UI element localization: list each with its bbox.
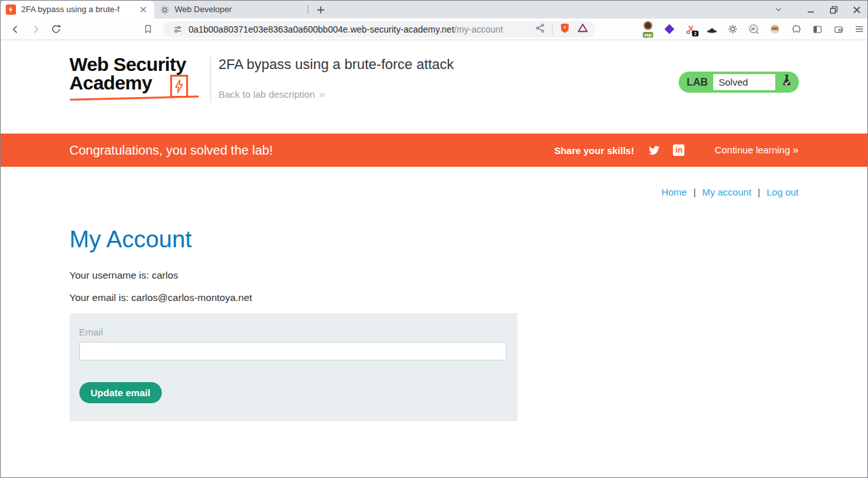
- congratulations-message: Congratulations, you solved the lab!: [70, 143, 273, 158]
- update-email-form: Email Update email: [70, 313, 517, 421]
- username-line: Your username is: carlos: [70, 270, 799, 281]
- double-chevron-icon: »: [793, 144, 798, 156]
- nav-separator: |: [758, 187, 761, 197]
- nav-link-home[interactable]: Home: [661, 187, 687, 197]
- brave-shields-icon[interactable]: [559, 22, 571, 36]
- browser-toolbar: 0a1b00a80371e03e8363a0a600bb004e.web-sec…: [1, 19, 867, 40]
- web-security-academy-logo[interactable]: Web Security Academy: [70, 55, 201, 92]
- tab-bar: 2FA bypass using a brute-f Web Developer: [1, 1, 867, 19]
- new-tab-button[interactable]: [312, 1, 329, 18]
- solved-banner: Congratulations, you solved the lab! Sha…: [1, 134, 867, 167]
- bookmark-icon[interactable]: [141, 22, 155, 36]
- hat-extension-icon[interactable]: [704, 21, 720, 38]
- ip-lookup-icon[interactable]: IP: [746, 21, 762, 38]
- urlbar-separator: [552, 24, 553, 35]
- double-chevron-icon: »: [319, 88, 324, 100]
- url-path: /my-account: [454, 24, 503, 35]
- flask-check-icon: [780, 73, 793, 91]
- url-text[interactable]: 0a1b00a80371e03e8363a0a600bb004e.web-sec…: [189, 24, 535, 35]
- academy-header: Web Security Academy 2FA bypass using a …: [1, 40, 867, 134]
- lab-label: LAB: [687, 77, 708, 88]
- tab-title: Web Developer: [175, 4, 303, 15]
- tab-web-developer[interactable]: Web Developer: [154, 1, 308, 19]
- share-icon[interactable]: [535, 23, 546, 36]
- tab-list-chevron-icon[interactable]: [771, 3, 785, 17]
- lab-state: Solved: [713, 74, 775, 90]
- foxyproxy-icon[interactable]: [662, 21, 677, 38]
- extensions-row: zap 2 IP: [641, 21, 867, 38]
- zap-badge: zap: [643, 32, 653, 38]
- sidebar-toggle-icon[interactable]: [810, 21, 825, 38]
- site-navigation: Home|My account|Log out: [70, 187, 799, 197]
- email-line: Your email is: carlos@carlos-montoya.net: [70, 292, 799, 304]
- zap-extension-icon[interactable]: zap: [641, 21, 656, 38]
- svg-text:IP: IP: [752, 27, 756, 31]
- continue-learning-link[interactable]: Continue learning»: [714, 144, 798, 157]
- zap-target-icon: [643, 21, 652, 30]
- tab-close-icon[interactable]: [138, 4, 149, 15]
- logo-line1: Web Security: [70, 55, 201, 73]
- site-settings-icon[interactable]: [172, 24, 184, 35]
- twitter-icon[interactable]: [647, 143, 661, 157]
- brave-rewards-icon[interactable]: [577, 22, 588, 36]
- page-content: Web Security Academy 2FA bypass using a …: [1, 40, 867, 477]
- minimize-button[interactable]: [803, 3, 817, 17]
- persona-face-icon[interactable]: [768, 21, 783, 38]
- header-divider: [210, 56, 211, 102]
- close-window-button[interactable]: [849, 3, 864, 17]
- email-input[interactable]: [79, 342, 507, 360]
- share-your-skills-label: Share your skills!: [554, 145, 634, 156]
- linkedin-icon[interactable]: in: [672, 143, 686, 157]
- menu-icon[interactable]: [852, 21, 867, 38]
- nav-separator: |: [693, 187, 696, 197]
- scissors-extension-icon[interactable]: 2: [683, 21, 698, 38]
- gear-icon: [159, 4, 170, 15]
- tab-divider: [308, 5, 308, 14]
- nav-link-log-out[interactable]: Log out: [766, 187, 798, 197]
- email-field-label: Email: [79, 327, 507, 337]
- url-host: 0a1b00a80371e03e8363a0a600bb004e.web-sec…: [189, 24, 454, 35]
- lab-lightning-icon: [6, 4, 16, 15]
- tab-title: 2FA bypass using a brute-f: [21, 4, 134, 15]
- tab-lab-page[interactable]: 2FA bypass using a brute-f: [1, 1, 154, 19]
- back-to-lab-description-link[interactable]: Back to lab description»: [219, 88, 325, 101]
- extensions-puzzle-icon[interactable]: [789, 21, 804, 38]
- update-email-button[interactable]: Update email: [79, 382, 162, 403]
- back-button[interactable]: [8, 22, 22, 36]
- web-developer-gear-icon[interactable]: [725, 21, 741, 38]
- forward-button[interactable]: [29, 22, 43, 36]
- url-bar[interactable]: 0a1b00a80371e03e8363a0a600bb004e.web-sec…: [163, 21, 595, 38]
- reload-button[interactable]: [49, 22, 63, 36]
- wallet-icon[interactable]: [831, 21, 846, 38]
- restore-window-button[interactable]: [826, 3, 840, 17]
- lab-status-widget: LAB Solved: [679, 72, 799, 93]
- logo-bolt-icon: [170, 75, 188, 98]
- page-title: My Account: [70, 226, 799, 253]
- extension-count-badge: 2: [692, 31, 698, 36]
- lab-title: 2FA bypass using a brute-force attack: [219, 56, 454, 73]
- browser-window: 2FA bypass using a brute-f Web Developer: [0, 0, 868, 478]
- nav-link-my-account[interactable]: My account: [702, 187, 752, 197]
